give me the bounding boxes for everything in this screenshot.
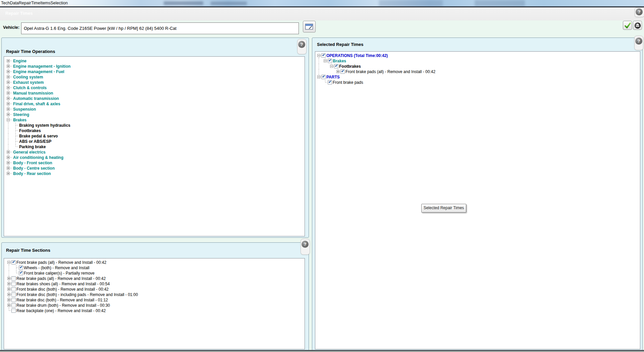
tree-expander-plus-icon[interactable] bbox=[7, 172, 10, 175]
eject-button[interactable] bbox=[633, 21, 642, 30]
tree-item-label[interactable]: Cooling system bbox=[13, 74, 43, 80]
tree-item-label[interactable]: Front brake pads (all) - Remove and Inst… bbox=[345, 69, 435, 74]
tree-item-label[interactable]: Front brake disc (both) - Remove and Ins… bbox=[16, 287, 109, 292]
confirm-button[interactable] bbox=[623, 21, 632, 30]
tree-checkbox-checked[interactable] bbox=[19, 266, 23, 270]
tree-item-label[interactable]: Footbrakes bbox=[339, 64, 361, 69]
tree-expander-plus-icon[interactable] bbox=[7, 113, 10, 116]
tree-item-label[interactable]: Exhaust system bbox=[13, 80, 44, 85]
tree-expander-plus-icon[interactable] bbox=[7, 151, 10, 154]
tree-checkbox-checked[interactable] bbox=[340, 69, 345, 74]
tree-expander-plus-icon[interactable] bbox=[7, 156, 10, 159]
tree-expander-minus-icon[interactable] bbox=[317, 54, 320, 57]
tree-item-label[interactable]: Suspension bbox=[13, 107, 36, 112]
tree-expander-plus-icon[interactable] bbox=[336, 70, 339, 73]
tree-checkbox-unchecked[interactable] bbox=[11, 287, 16, 291]
tree-expander-plus-icon[interactable] bbox=[7, 282, 10, 285]
tree-item-label[interactable]: Front brake caliper(s) - Partially remov… bbox=[24, 271, 95, 276]
tree-checkbox-checked[interactable] bbox=[19, 271, 23, 275]
tree-expander-plus-icon[interactable] bbox=[7, 59, 10, 62]
vehicle-input[interactable]: Opel Astra-G 1.6 Eng. Code Z16SE Power [… bbox=[21, 22, 299, 34]
tree-checkbox-unchecked[interactable] bbox=[11, 298, 16, 302]
vehicle-select-button[interactable] bbox=[303, 21, 316, 33]
tree-row: Body - Centre section bbox=[4, 166, 305, 171]
tree-row: Rear brake disc (both) - Remove and Inst… bbox=[4, 297, 305, 303]
tree-expander-minus-icon[interactable] bbox=[324, 59, 327, 62]
tree-item-label[interactable]: Rear brake drum (both) - Remove and Inst… bbox=[16, 303, 110, 308]
tree-expander-plus-icon[interactable] bbox=[7, 92, 10, 95]
tree-item-label[interactable]: General electrics bbox=[13, 150, 46, 155]
tree-item-label[interactable]: Manual transmission bbox=[13, 91, 53, 96]
tree-item-label[interactable]: Engine management - Ignition bbox=[13, 64, 70, 69]
tree-item-label[interactable]: Rear backplate (one) - Remove and Instal… bbox=[16, 308, 106, 313]
tree-item-label[interactable]: Automatic transmission bbox=[13, 96, 59, 101]
selected-help-button[interactable]: ? bbox=[634, 36, 643, 50]
tree-item-label[interactable]: Clutch & controls bbox=[13, 85, 47, 91]
tree-expander-plus-icon[interactable] bbox=[7, 97, 10, 100]
tree-expander-plus-icon[interactable] bbox=[7, 81, 10, 84]
menu-strip: Repair Times bbox=[0, 7, 644, 20]
tree-checkbox-checked[interactable] bbox=[321, 75, 326, 79]
tree-expander-plus-icon[interactable] bbox=[7, 304, 10, 307]
tree-checkbox-checked[interactable] bbox=[328, 59, 332, 63]
tree-row: Exhaust system bbox=[4, 80, 305, 85]
window-help-button[interactable]: ? bbox=[635, 7, 644, 17]
tree-item-label[interactable]: Brake pedal & servo bbox=[19, 133, 58, 139]
tree-item-label[interactable]: OPERATIONS (Total Time:00:42) bbox=[326, 53, 388, 58]
panel-repair-time-sections: Repair Time Sections Front brake pads (a… bbox=[1, 242, 309, 351]
tree-item-label[interactable]: Footbrakes bbox=[19, 128, 41, 133]
tree-checkbox-unchecked[interactable] bbox=[11, 303, 16, 307]
tree-row: Clutch & controls bbox=[4, 85, 305, 91]
tree-expander-plus-icon[interactable] bbox=[7, 65, 10, 68]
tree-item-label[interactable]: Rear brakes shoes (all) - Remove and Ins… bbox=[16, 281, 110, 287]
tree-checkbox-checked[interactable] bbox=[11, 260, 16, 265]
tree-expander-plus-icon[interactable] bbox=[7, 167, 10, 170]
tree-row: Front brake pads (all) - Remove and Inst… bbox=[4, 260, 305, 265]
tree-item-label[interactable]: Final drive, shaft & axles bbox=[13, 101, 60, 107]
tree-item-label[interactable]: Body - Rear section bbox=[13, 171, 51, 176]
sections-help-button[interactable]: ? bbox=[301, 239, 310, 255]
repair-times-page-label: Repair Times bbox=[5, 11, 33, 16]
tree-checkbox-unchecked[interactable] bbox=[11, 282, 16, 286]
tree-item-label[interactable]: Engine bbox=[13, 58, 26, 64]
tree-expander-minus-icon[interactable] bbox=[7, 261, 10, 264]
tree-item-label[interactable]: Brakes bbox=[13, 117, 26, 123]
tree-checkbox-unchecked[interactable] bbox=[11, 276, 16, 281]
tree-checkbox-checked[interactable] bbox=[328, 80, 332, 84]
tree-item-label[interactable]: Front brake pads bbox=[333, 80, 363, 85]
tree-item-label[interactable]: Body - Front section bbox=[13, 160, 52, 166]
operations-help-button[interactable]: ? bbox=[297, 39, 307, 54]
tree-checkbox-unchecked[interactable] bbox=[11, 292, 16, 297]
tree-row: Automatic transmission bbox=[4, 96, 305, 101]
tree-expander-plus-icon[interactable] bbox=[7, 277, 10, 280]
tree-item-label[interactable]: Parking brake bbox=[19, 144, 46, 150]
tree-item-label[interactable]: Braking system hydraulics bbox=[19, 123, 70, 128]
tree-checkbox-checked[interactable] bbox=[334, 64, 338, 68]
tree-expander-plus-icon[interactable] bbox=[7, 102, 10, 105]
tree-expander-plus-icon[interactable] bbox=[7, 288, 10, 291]
tree-item-label[interactable]: Front brake disc (both) - including pads… bbox=[16, 292, 138, 297]
tree-expander-plus-icon[interactable] bbox=[7, 70, 10, 73]
tree-checkbox-unchecked[interactable] bbox=[11, 308, 16, 313]
tree-expander-minus-icon[interactable] bbox=[317, 75, 320, 78]
tree-expander-plus-icon[interactable] bbox=[7, 108, 10, 111]
tree-item-label[interactable]: Brakes bbox=[333, 58, 346, 64]
tree-expander-plus-icon[interactable] bbox=[7, 161, 10, 164]
tree-expander-plus-icon[interactable] bbox=[7, 293, 10, 296]
tree-expander-minus-icon[interactable] bbox=[330, 65, 333, 68]
tree-expander-plus-icon[interactable] bbox=[7, 86, 10, 89]
tree-item-label[interactable]: Engine management - Fuel bbox=[13, 69, 64, 74]
tree-item-label[interactable]: Steering bbox=[13, 112, 29, 117]
tree-item-label[interactable]: Rear brake pads (all) - Remove and Insta… bbox=[16, 276, 106, 281]
tree-item-label[interactable]: Rear brake disc (both) - Remove and Inst… bbox=[16, 297, 108, 303]
tree-item-label[interactable]: ABS or ABS/ESP bbox=[19, 139, 51, 144]
tree-checkbox-checked[interactable] bbox=[321, 53, 326, 58]
tree-expander-minus-icon[interactable] bbox=[7, 118, 10, 121]
tree-item-label[interactable]: PARTS bbox=[326, 74, 340, 80]
tree-item-label[interactable]: Air conditioning & heating bbox=[13, 155, 63, 160]
tree-item-label[interactable]: Front brake pads (all) - Remove and Inst… bbox=[16, 260, 106, 265]
tree-item-label[interactable]: Body - Centre section bbox=[13, 166, 55, 171]
tree-expander-plus-icon[interactable] bbox=[7, 75, 10, 78]
tree-expander-plus-icon[interactable] bbox=[7, 298, 10, 301]
tree-item-label[interactable]: Wheels - (both) - Remove and Install bbox=[24, 265, 89, 271]
